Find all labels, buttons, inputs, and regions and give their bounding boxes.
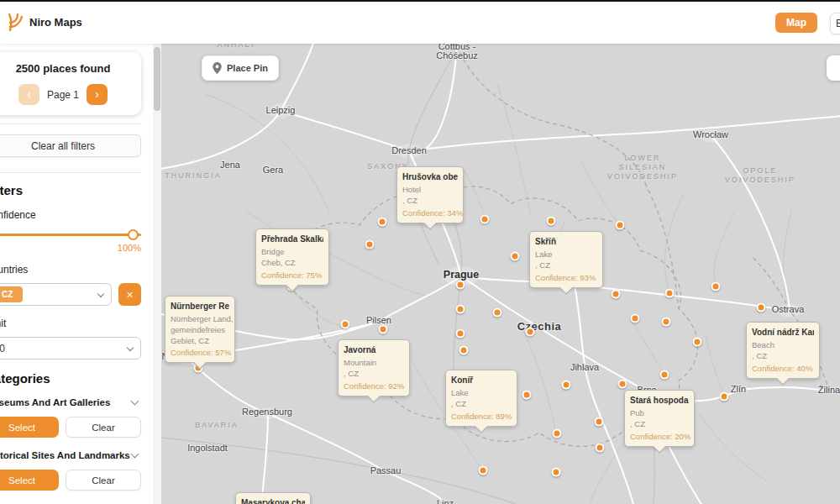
app-logo[interactable]: Niro Maps [7,13,82,31]
category-header[interactable]: Museums And Art Galleries [0,397,141,407]
limit-value: 500 [0,343,5,354]
confidence-label: Confidence [0,209,141,221]
place-marker[interactable] [456,305,465,314]
category-buttons: SelectClear [0,470,141,491]
place-marker[interactable] [341,320,350,329]
popup-line: Nürnberger Land, [171,314,229,325]
limit-label: Limit [0,318,141,329]
popup-line: Lake [535,249,597,260]
prev-page-button[interactable]: ‹ [18,84,39,105]
popup-confidence: Confidence: 75% [261,270,323,280]
popup-line: Mountain [344,358,404,369]
antler-logo-icon [7,13,24,31]
place-popup[interactable]: JavornáMountain, CZConfidence: 92% [338,339,410,396]
place-marker[interactable] [493,308,502,318]
place-marker[interactable] [456,329,465,339]
place-pin-button[interactable]: Place Pin [202,55,279,81]
countries-select[interactable]: CZ [0,283,112,306]
remove-country-button[interactable]: × [118,283,141,306]
place-marker[interactable] [547,217,556,226]
popup-line: Hotel [402,185,458,196]
place-popup[interactable]: Stará hospodaPub, CZConfidence: 20% [624,390,695,447]
filters-heading: Filters [0,183,141,197]
place-popup[interactable]: Vodní nádrž Karoli...Beach, CZConfidence… [746,322,820,379]
place-popup[interactable]: KonířLake, CZConfidence: 89% [445,370,517,427]
popup-title: Vodní nádrž Karoli... [752,328,814,337]
select-button[interactable]: Select [0,470,59,491]
category-header[interactable]: Historical Sites And Landmarks [0,450,141,460]
popup-confidence: Confidence: 57% [171,348,229,357]
slider-handle[interactable] [128,229,139,240]
category-label: Museums And Art Galleries [0,397,110,407]
map-control-button[interactable] [827,55,840,81]
clear-button[interactable]: Clear [66,417,141,438]
top-bar: Niro Maps Map B [0,0,840,44]
place-popup[interactable]: Nürnberger Reichs...Nürnberger Land,geme… [165,296,235,363]
results-card: 2500 places found ‹ Page 1 › [0,52,141,115]
confidence-slider[interactable] [0,228,141,240]
popup-title: Masarykova chata... [241,498,305,504]
divider [0,123,141,124]
place-marker[interactable] [378,218,387,227]
place-marker[interactable] [596,444,605,453]
partial-right-button[interactable]: B [830,13,840,34]
place-marker[interactable] [665,289,675,298]
place-marker[interactable] [616,221,625,230]
sidebar: 2500 places found ‹ Page 1 › Clear all f… [0,44,153,504]
place-marker[interactable] [720,392,729,402]
place-popup[interactable]: SkříňLake, CZConfidence: 93% [529,231,603,288]
limit-select[interactable]: 500 [0,337,141,360]
category-label: Historical Sites And Landmarks [0,450,130,460]
popup-line: , CZ [752,351,814,362]
sidebar-scrollbar[interactable] [153,44,161,504]
map-canvas[interactable]: Cottbus -ChóśebuzLeipzigDresdenJenaGeraW… [161,44,840,504]
popup-line: Bridge [261,247,323,258]
popup-line: , CZ [630,419,689,430]
place-marker[interactable] [711,282,721,291]
place-marker[interactable] [660,370,669,380]
place-marker[interactable] [480,215,490,224]
chevron-down-icon [131,396,139,405]
popup-confidence: Confidence: 89% [451,412,512,421]
popup-title: Koníř [451,375,512,385]
pin-icon [213,62,222,74]
app-window: Niro Maps Map B 2500 places found ‹ Page… [0,0,840,504]
popup-line: , CZ [402,196,458,207]
place-popup[interactable]: Přehrada SkalkaBridgeCheb, CZConfidence:… [255,228,329,286]
place-marker[interactable] [365,240,375,249]
place-marker[interactable] [618,380,627,389]
scrollbar-thumb[interactable] [154,47,160,111]
place-marker[interactable] [612,290,621,299]
place-marker[interactable] [511,252,520,261]
place-marker[interactable] [595,417,604,427]
clear-all-filters-button[interactable]: Clear all filters [0,134,141,157]
place-marker[interactable] [553,429,562,438]
place-marker[interactable] [662,318,671,327]
country-chip-cz[interactable]: CZ [0,286,23,302]
place-marker[interactable] [379,325,388,334]
page-indicator: Page 1 [47,89,79,101]
place-marker[interactable] [552,468,561,477]
place-marker[interactable] [522,391,532,400]
next-page-button[interactable]: › [87,84,108,105]
place-marker[interactable] [562,381,571,390]
popup-confidence: Confidence: 40% [752,364,814,373]
place-marker[interactable] [693,338,702,347]
popup-title: Stará hospoda [630,396,689,405]
select-button[interactable]: Select [0,417,59,438]
divider [0,172,141,173]
place-marker[interactable] [757,303,766,312]
slider-track[interactable] [0,234,141,236]
place-marker[interactable] [459,346,469,355]
confidence-value: 100% [0,243,141,253]
place-popup[interactable]: Hrušovka obecHotel, CZConfidence: 34% [396,166,464,223]
category-list: Museums And Art GalleriesSelectClearHist… [0,397,141,504]
place-marker[interactable] [526,328,535,337]
place-marker[interactable] [456,281,465,290]
clear-button[interactable]: Clear [66,470,141,491]
map-view-button[interactable]: Map [775,13,817,33]
place-marker[interactable] [479,466,488,475]
place-popup[interactable]: Masarykova chata... [235,492,311,504]
popup-line: Lake [451,388,512,399]
place-marker[interactable] [631,314,640,323]
